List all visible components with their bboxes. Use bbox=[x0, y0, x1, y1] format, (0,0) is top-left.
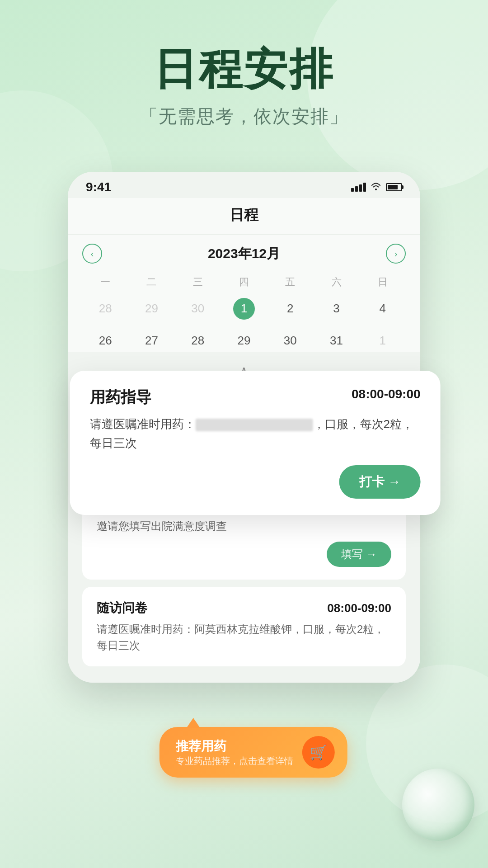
checkin-button[interactable]: 打卡 → bbox=[339, 465, 421, 499]
calendar-week2: 26 27 28 29 30 31 1 bbox=[82, 329, 406, 352]
med-card-title: 用药指导 bbox=[90, 387, 151, 408]
hero-subtitle: 「无需思考，依次安排」 bbox=[0, 104, 488, 129]
cart-icon-button[interactable]: 🛒 bbox=[302, 736, 335, 769]
recommend-text-area: 推荐用药 专业药品推荐，点击查看详情 bbox=[176, 738, 293, 767]
prev-month-button[interactable]: ‹ bbox=[82, 244, 102, 264]
cal-date-30[interactable]: 30 bbox=[267, 329, 313, 352]
cal-date-1[interactable]: 1 bbox=[233, 298, 255, 320]
cal-date-4[interactable]: 4 bbox=[360, 297, 406, 320]
calendar-week1: 28 29 30 1 2 3 4 bbox=[82, 297, 406, 320]
cal-date-28[interactable]: 28 bbox=[175, 329, 221, 352]
cal-date-26[interactable]: 26 bbox=[82, 329, 128, 352]
calendar-weekdays: 一 二 三 四 五 六 日 bbox=[82, 273, 406, 292]
cal-date-30prev[interactable]: 30 bbox=[175, 297, 221, 320]
cal-date-28prev[interactable]: 28 bbox=[82, 297, 128, 320]
calendar-section: ‹ 2023年12月 › 一 二 三 四 五 六 日 28 29 30 1 2 … bbox=[68, 235, 420, 329]
weekday-thu: 四 bbox=[221, 273, 267, 292]
hero-title: 日程安排 bbox=[0, 45, 488, 93]
cal-date-27[interactable]: 27 bbox=[128, 329, 174, 352]
hero-section: 日程安排 「无需思考，依次安排」 bbox=[0, 0, 488, 156]
app-title: 日程 bbox=[68, 205, 420, 225]
recommend-sub: 专业药品推荐，点击查看详情 bbox=[176, 755, 293, 767]
recommend-popup[interactable]: 推荐用药 专业药品推荐，点击查看详情 🛒 bbox=[160, 727, 347, 778]
med-desc-prefix: 请遵医嘱准时用药： bbox=[90, 417, 196, 431]
med-card-header: 用药指导 08:00-09:00 bbox=[90, 387, 421, 408]
cal-date-2[interactable]: 2 bbox=[267, 297, 313, 320]
medication-card: 用药指导 08:00-09:00 请遵医嘱准时用药：，口服，每次2粒，每日三次 … bbox=[70, 371, 441, 515]
next-month-button[interactable]: › bbox=[386, 244, 406, 264]
status-icons bbox=[351, 181, 402, 193]
speech-bubble-tail bbox=[187, 718, 200, 728]
calendar-month-label: 2023年12月 bbox=[208, 245, 280, 263]
todo-item-2-header: 随访问卷 08:00-09:00 bbox=[97, 599, 391, 617]
recommend-label: 推荐用药 bbox=[176, 738, 293, 755]
cal-date-3[interactable]: 3 bbox=[313, 297, 359, 320]
status-bar: 9:41 bbox=[68, 172, 420, 198]
todo-item-1-action[interactable]: 填写 → bbox=[327, 542, 391, 567]
decorative-sphere bbox=[402, 769, 474, 841]
cal-date-29prev[interactable]: 29 bbox=[128, 297, 174, 320]
todo-item-2: 随访问卷 08:00-09:00 请遵医嘱准时用药：阿莫西林克拉维酸钾，口服，每… bbox=[82, 587, 406, 666]
cart-icon: 🛒 bbox=[310, 744, 328, 761]
weekday-wed: 三 bbox=[175, 273, 221, 292]
cal-date-31[interactable]: 31 bbox=[313, 329, 359, 352]
weekday-mon: 一 bbox=[82, 273, 128, 292]
med-card-desc: 请遵医嘱准时用药：，口服，每次2粒，每日三次 bbox=[90, 415, 421, 453]
todo-item-2-desc: 请遵医嘱准时用药：阿莫西林克拉维酸钾，口服，每次2粒，每日三次 bbox=[97, 621, 391, 654]
todo-item-2-time: 08:00-09:00 bbox=[327, 601, 391, 615]
status-time: 9:41 bbox=[86, 180, 111, 194]
todo-item-2-title: 随访问卷 bbox=[97, 599, 147, 617]
calendar-week2-container: 26 27 28 29 30 31 1 bbox=[68, 329, 420, 352]
med-card-time: 08:00-09:00 bbox=[352, 387, 421, 401]
med-drug-name-blurred bbox=[196, 419, 313, 431]
cal-date-1next[interactable]: 1 bbox=[360, 329, 406, 352]
weekday-sun: 日 bbox=[360, 273, 406, 292]
app-header: 日程 bbox=[68, 198, 420, 235]
weekday-fri: 五 bbox=[267, 273, 313, 292]
weekday-sat: 六 bbox=[313, 273, 359, 292]
signal-icon bbox=[351, 183, 366, 192]
battery-icon bbox=[386, 183, 402, 191]
wifi-icon bbox=[371, 181, 381, 193]
cal-date-29[interactable]: 29 bbox=[221, 329, 267, 352]
calendar-nav: ‹ 2023年12月 › bbox=[82, 244, 406, 264]
weekday-tue: 二 bbox=[128, 273, 174, 292]
todo-item-1-desc: 邀请您填写出院满意度调查 bbox=[97, 518, 391, 534]
todo-item-1-footer: 填写 → bbox=[97, 542, 391, 567]
